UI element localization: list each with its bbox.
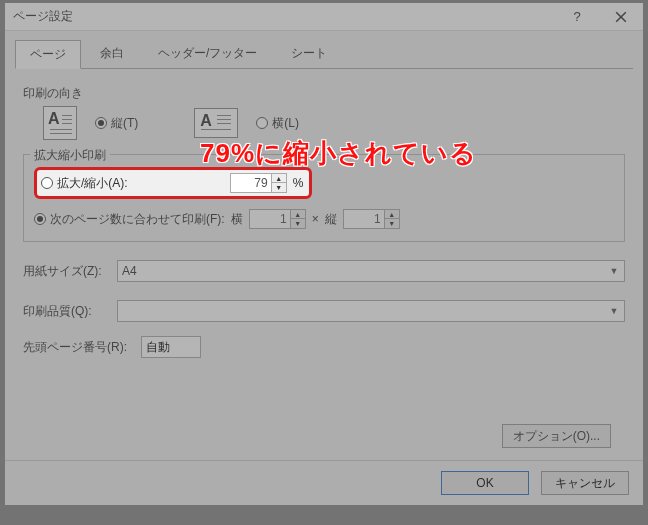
fit-wide-label: 横: [231, 211, 243, 228]
fit-tall-spinner[interactable]: ▲▼: [343, 209, 400, 229]
spin-up-icon[interactable]: ▲: [385, 210, 399, 219]
tab-margins[interactable]: 余白: [85, 39, 139, 68]
scaling-adjust-radio[interactable]: 拡大/縮小(A):: [41, 175, 128, 192]
tab-headerfooter[interactable]: ヘッダー/フッター: [143, 39, 272, 68]
titlebar: ページ設定 ?: [5, 3, 643, 31]
close-icon: [615, 11, 627, 23]
paper-size-select[interactable]: A4 ▼: [117, 260, 625, 282]
options-button[interactable]: オプション(O)...: [502, 424, 611, 448]
dialog-footer: OK キャンセル: [5, 460, 643, 505]
radio-icon: [34, 213, 46, 225]
annotation-text: 79%に縮小されている: [200, 136, 477, 171]
tab-sheet[interactable]: シート: [276, 39, 342, 68]
scaling-legend: 拡大縮小印刷: [30, 147, 110, 164]
paper-size-label: 用紙サイズ(Z):: [23, 263, 109, 280]
chevron-down-icon: ▼: [606, 303, 622, 319]
first-page-row: 先頭ページ番号(R):: [23, 336, 625, 358]
fit-wide-input[interactable]: [249, 209, 291, 229]
orientation-label: 印刷の向き: [23, 85, 625, 102]
orientation-portrait[interactable]: 縦(T): [95, 115, 138, 132]
spin-down-icon[interactable]: ▼: [272, 183, 286, 192]
adjust-spinner[interactable]: ▲▼: [230, 173, 287, 193]
times-label: ×: [312, 212, 319, 226]
tab-page[interactable]: ページ: [15, 40, 81, 69]
print-quality-row: 印刷品質(Q): ▼: [23, 300, 625, 322]
chevron-down-icon: ▼: [606, 263, 622, 279]
portrait-icon: A: [43, 106, 77, 140]
first-page-input[interactable]: [141, 336, 201, 358]
spin-up-icon[interactable]: ▲: [272, 174, 286, 183]
dialog-title: ページ設定: [13, 8, 73, 25]
radio-icon: [95, 117, 107, 129]
percent-label: %: [293, 176, 304, 190]
spin-up-icon[interactable]: ▲: [291, 210, 305, 219]
radio-icon: [256, 117, 268, 129]
tab-strip: ページ 余白 ヘッダー/フッター シート: [5, 31, 643, 68]
fit-tall-label: 縦: [325, 211, 337, 228]
fit-tall-input[interactable]: [343, 209, 385, 229]
landscape-icon: A: [194, 108, 238, 138]
ok-button[interactable]: OK: [441, 471, 529, 495]
print-quality-label: 印刷品質(Q):: [23, 303, 109, 320]
print-quality-select[interactable]: ▼: [117, 300, 625, 322]
scaling-fit-radio[interactable]: 次のページ数に合わせて印刷(F):: [34, 211, 225, 228]
orientation-landscape[interactable]: 横(L): [256, 115, 299, 132]
fit-wide-spinner[interactable]: ▲▼: [249, 209, 306, 229]
spin-down-icon[interactable]: ▼: [385, 219, 399, 228]
spin-down-icon[interactable]: ▼: [291, 219, 305, 228]
page-setup-dialog: ページ設定 ? ページ 余白 ヘッダー/フッター シート 印刷の向き A 縦(T…: [4, 2, 644, 506]
adjust-value-input[interactable]: [230, 173, 272, 193]
close-button[interactable]: [599, 3, 643, 31]
adjust-highlight: 拡大/縮小(A): ▲▼ %: [34, 167, 312, 199]
radio-icon: [41, 177, 53, 189]
help-button[interactable]: ?: [555, 3, 599, 31]
first-page-label: 先頭ページ番号(R):: [23, 339, 133, 356]
paper-size-row: 用紙サイズ(Z): A4 ▼: [23, 260, 625, 282]
cancel-button[interactable]: キャンセル: [541, 471, 629, 495]
